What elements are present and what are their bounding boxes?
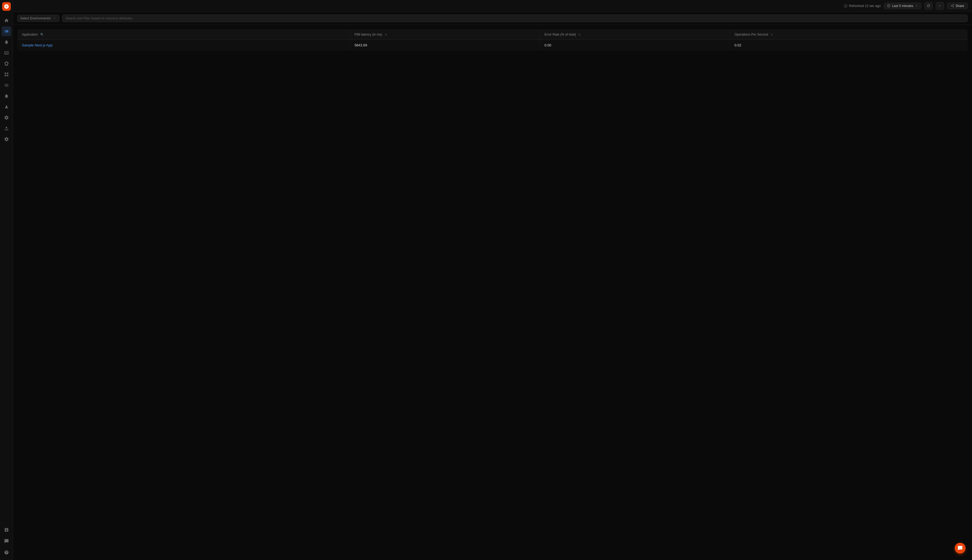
table-header-row: Application 🔍 P99 latency (in ms) ⇅ Erro… <box>18 29 968 40</box>
table-row: Sample Next.js App 5843.69 0.00 0.02 <box>18 40 968 51</box>
search-filter-input[interactable] <box>62 15 968 22</box>
refresh-options-button[interactable] <box>936 2 944 10</box>
col-header-error-rate[interactable]: Error Rate (% of total) ⇅ <box>540 29 730 40</box>
refresh-button[interactable] <box>925 2 933 10</box>
sidebar-item-help[interactable] <box>2 548 11 557</box>
sort-icon-error[interactable]: ⇅ <box>578 33 581 36</box>
table-body: Sample Next.js App 5843.69 0.00 0.02 <box>18 40 968 51</box>
chat-bubble-icon <box>957 545 963 551</box>
apm-table: Application 🔍 P99 latency (in ms) ⇅ Erro… <box>17 29 968 51</box>
sidebar-item-grid[interactable] <box>2 70 11 79</box>
sidebar-item-chat[interactable] <box>2 536 11 546</box>
chat-support-button[interactable] <box>955 543 965 553</box>
share-icon <box>951 4 954 8</box>
sidebar-bottom <box>2 524 11 558</box>
sidebar-item-settings[interactable] <box>2 134 11 144</box>
sort-icon-latency[interactable]: ⇅ <box>385 33 387 36</box>
sidebar-item-service-map[interactable] <box>2 123 11 133</box>
sidebar-item-deployments[interactable] <box>2 102 11 112</box>
topbar: Refreshed 12 sec ago Last 5 minutes <box>13 0 972 12</box>
sort-icon-ops[interactable]: ⇅ <box>771 33 773 36</box>
refresh-text: Refreshed 12 sec ago <box>849 4 881 8</box>
env-chevron-icon <box>53 17 57 20</box>
sidebar <box>0 0 13 560</box>
sidebar-item-infrastructure[interactable] <box>2 48 11 58</box>
cell-ops-per-second: 0.02 <box>730 40 968 51</box>
col-search-icon[interactable]: 🔍 <box>40 33 44 36</box>
col-header-ops-per-second[interactable]: Operations Per Second ⇅ <box>730 29 968 40</box>
environment-selector[interactable]: Select Environment/s <box>17 15 59 22</box>
sidebar-item-integrations[interactable] <box>2 113 11 122</box>
col-header-application[interactable]: Application 🔍 <box>18 29 350 40</box>
main-content: Refreshed 12 sec ago Last 5 minutes <box>13 0 972 560</box>
app-logo[interactable] <box>2 2 11 11</box>
share-button[interactable]: Share <box>947 3 968 9</box>
app-link[interactable]: Sample Next.js App <box>22 43 52 47</box>
sidebar-item-package[interactable] <box>2 525 11 535</box>
col-header-p99-latency[interactable]: P99 latency (in ms) ⇅ <box>350 29 540 40</box>
cell-application: Sample Next.js App <box>18 40 350 51</box>
sidebar-item-notifications[interactable] <box>2 91 11 101</box>
sidebar-item-alerts[interactable] <box>2 37 11 47</box>
cell-p99-latency: 5843.69 <box>350 40 540 51</box>
filterbar: Select Environment/s <box>13 12 972 25</box>
time-range-label: Last 5 minutes <box>892 4 913 8</box>
cell-error-rate: 0.00 <box>540 40 730 51</box>
sidebar-item-apm[interactable] <box>2 27 11 36</box>
refresh-icon <box>926 4 930 8</box>
clock-icon <box>887 4 890 8</box>
chevron-down-icon <box>915 4 918 8</box>
sidebar-item-logs[interactable] <box>2 80 11 90</box>
time-range-selector[interactable]: Last 5 minutes <box>884 3 921 9</box>
sidebar-item-badge[interactable] <box>2 59 11 68</box>
refresh-status: Refreshed 12 sec ago <box>844 4 881 8</box>
env-placeholder: Select Environment/s <box>20 17 51 20</box>
chevron-down-icon-2 <box>938 4 942 8</box>
sidebar-item-home[interactable] <box>2 16 11 25</box>
share-label: Share <box>955 4 964 8</box>
table-container: Application 🔍 P99 latency (in ms) ⇅ Erro… <box>13 25 972 560</box>
